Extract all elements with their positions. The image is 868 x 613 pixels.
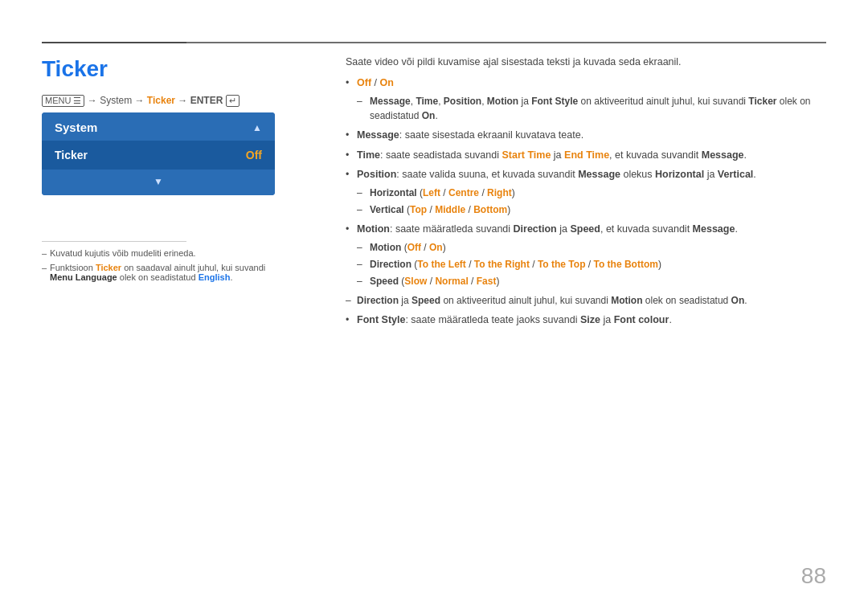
ticker-ref1: Ticker [748,96,776,107]
note-menu-lang: Menu Language [50,272,117,282]
message-ref2: Message [702,149,744,161]
message-ref4: Message [693,223,735,235]
motion-off: Off [407,242,421,253]
system-box-row: Ticker Off [42,141,275,170]
speed-normal: Normal [435,276,468,287]
top-ref: Top [410,204,427,215]
position-ref1: Position [444,96,481,107]
horizontal-ref: Horizontal [370,187,417,198]
bullet-time: Time: saate seadistada suvandi Start Tim… [346,148,826,163]
dir-bottom: To the Bottom [593,259,657,270]
chevron-down-icon: ▼ [154,176,163,187]
font-style-label: Font Style [357,314,405,325]
direction-note-label: Direction [357,295,399,306]
vertical-label: Vertical [718,169,753,180]
bottom-ref: Bottom [473,204,507,215]
position-sub-2: Vertical (Top / Middle / Bottom) [357,202,826,217]
motion-sub-1: Motion (Off / On) [357,240,826,255]
speed-note-label: Speed [411,295,440,306]
motion-sublist: Motion (Off / On) Direction (To the Left… [357,240,826,288]
speed-ref2: Speed [370,276,399,287]
right-content: Saate video või pildi kuvamise ajal sise… [346,56,826,333]
chevron-up-icon: ▲ [252,122,262,133]
menu-ticker: Ticker [147,95,175,106]
speed-ref1: Speed [570,223,600,235]
enter-icon: ↵ [226,95,240,107]
motion-ref2: Motion [370,242,401,253]
page-title: Ticker [42,56,108,82]
bullet-motion: Motion: saate määratleda suvandi Directi… [346,222,826,288]
menu-arrow2: → [135,95,147,106]
ticker-row-value: Off [246,149,262,161]
page-number: 88 [801,563,826,589]
motion-ref1: Motion [487,96,518,107]
font-colour-label: Font colour [614,314,669,325]
ticker-row-label: Ticker [55,149,88,161]
system-box-header: System ▲ [42,112,275,141]
main-bullet-list: Off / On Message, Time, Position, Motion… [346,76,826,288]
note-1: Kuvatud kujutis võib mudeliti erineda. [42,248,275,258]
motion-note-label: Motion [611,295,642,306]
notes-section: Kuvatud kujutis võib mudeliti erineda. F… [42,241,275,287]
direction-ref1: Direction [514,223,557,235]
motion-label: Motion [357,223,390,235]
menu-icon: MENU ☰ [42,95,84,107]
menu-enter: ENTER [190,95,223,106]
position-sublist: Horizontal (Left / Centre / Right) Verti… [357,186,826,217]
right-ref: Right [487,187,512,198]
note-divider [42,241,186,242]
position-label: Position [357,169,396,180]
direction-ref2: Direction [370,259,411,270]
off-on-sub-item: Message, Time, Position, Motion ja Font … [357,94,826,123]
menu-path: MENU ☰ → System → Ticker → ENTER ↵ [42,95,240,107]
message-label: Message [357,129,399,141]
bullet-off-on: Off / On Message, Time, Position, Motion… [346,76,826,123]
dir-right: To the Right [474,259,530,270]
font-style-list: Font Style: saate määratleda teate jaoks… [346,313,826,328]
position-sub-1: Horizontal (Left / Centre / Right) [357,186,826,200]
top-line-accent [42,42,186,43]
bullet-message: Message: saate sisestada ekraanil kuvata… [346,128,826,143]
middle-ref: Middle [435,204,465,215]
time-label: Time [357,149,380,161]
direction-speed-note: Direction ja Speed on aktiveeritud ainul… [346,293,826,308]
off-on-sublist: Message, Time, Position, Motion ja Font … [357,94,826,123]
intro-text: Saate video või pildi kuvamise ajal sise… [346,56,826,67]
dir-left: To the Left [417,259,465,270]
on-label: On [379,77,393,88]
motion-on: On [429,242,443,253]
message-ref3: Message [578,169,620,180]
menu-system: System [100,95,132,106]
on-ref1: On [422,110,436,121]
horizontal-label: Horizontal [655,169,704,180]
system-label: System [55,121,97,134]
message-ref1: Message [370,96,411,107]
menu-arrow3: → [178,95,190,106]
bullet-font-style: Font Style: saate määratleda teate jaoks… [346,313,826,328]
motion-sub-3: Speed (Slow / Normal / Fast) [357,274,826,288]
dir-top: To the Top [538,259,586,270]
system-box-footer: ▼ [42,170,275,195]
menu-arrow1: → [88,95,100,106]
on-note-label: On [731,295,745,306]
system-box: System ▲ Ticker Off ▼ [42,112,275,195]
end-time-label: End Time [564,149,609,161]
bullet-position: Position: saate valida suuna, et kuvada … [346,167,826,217]
note-2: Funktsioon Ticker on saadaval ainult juh… [42,263,275,282]
note-english: English [199,272,231,282]
start-time-label: Start Time [502,149,551,161]
fontstyle-ref1: Font Style [531,96,578,107]
time-ref1: Time [416,96,438,107]
off-label: Off [357,77,371,88]
vertical-ref: Vertical [370,204,404,215]
size-label: Size [580,314,600,325]
left-ref: Left [423,187,440,198]
note-ticker: Ticker [96,263,121,272]
motion-sub-2: Direction (To the Left / To the Right / … [357,257,826,272]
speed-fast: Fast [477,276,497,287]
centre-ref: Centre [448,187,479,198]
speed-slow: Slow [404,276,427,287]
